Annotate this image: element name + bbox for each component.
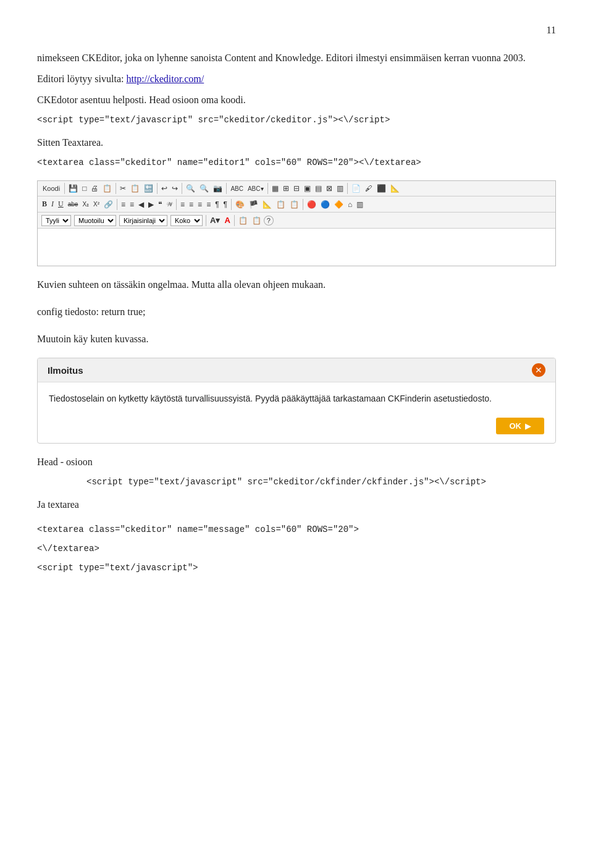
- toolbar-row-2: B I U abe X₂ X² 🔗 ≡ ≡ ◀ ▶ ❝ 𝒲 ≡ ≡ ≡ ≡ ¶ …: [38, 196, 555, 213]
- sep7: [347, 183, 348, 194]
- toolbar-redo[interactable]: ↪: [170, 183, 180, 194]
- sitten-teaxtarea: Sitten Teaxtarea.: [37, 135, 556, 150]
- toolbar-bidi-ltr[interactable]: ¶: [213, 199, 221, 210]
- toolbar-iframe[interactable]: 🔵: [319, 199, 332, 210]
- toolbar-align-left[interactable]: ≡: [179, 199, 187, 210]
- notification-box: Ilmoitus ✕ Tiedostoselain on kytketty kä…: [37, 358, 556, 444]
- ok-button[interactable]: OK ▶: [496, 418, 545, 434]
- toolbar-flash[interactable]: 🔶: [332, 199, 345, 210]
- sep1: [64, 183, 65, 194]
- toolbar-ruler[interactable]: 📐: [389, 183, 402, 194]
- kuvien-paragraph: Kuvien suhteen on tässäkin ongelmaa. Mut…: [37, 277, 556, 292]
- toolbar-emotion[interactable]: 🔴: [305, 199, 318, 210]
- toolbar-subscript[interactable]: X₂: [80, 200, 91, 209]
- toolbar-spellcheck[interactable]: ABC: [229, 184, 245, 193]
- toolbar-paste-all[interactable]: 📋: [101, 183, 114, 194]
- toolbar-underline[interactable]: U: [56, 198, 65, 210]
- toolbar-spellcheck2[interactable]: ABC▾: [246, 184, 266, 193]
- toolbar-align-center[interactable]: ≡: [187, 199, 195, 210]
- sep2: [116, 183, 116, 194]
- toolbar-cut[interactable]: ✂: [118, 183, 128, 194]
- toolbar-pen[interactable]: 🖋: [363, 183, 374, 194]
- toolbar-blk[interactable]: ⬛: [375, 183, 388, 194]
- toolbar-table2[interactable]: ⊞: [281, 183, 291, 194]
- toolbar-undo2[interactable]: 🔙: [142, 183, 155, 194]
- editor-content-area[interactable]: [38, 229, 555, 266]
- toolbar-copyformat[interactable]: 📋: [288, 199, 301, 210]
- sep11: [303, 199, 303, 210]
- head-script-code: <script type="text/javascript" src="cked…: [86, 476, 556, 489]
- config-paragraph: config tiedosto: return true;: [37, 305, 556, 319]
- toolbar-smiley[interactable]: ⌂: [346, 199, 354, 210]
- toolbar-row-3: Tyyli Muotoilu Kirjaisinlaji Koko A▾ A 📋…: [38, 213, 555, 229]
- toolbar-pastefromword[interactable]: 📋: [274, 199, 287, 210]
- sep13: [234, 215, 235, 226]
- size-select[interactable]: Koko: [170, 215, 203, 226]
- toolbar-indent[interactable]: ▶: [146, 199, 156, 210]
- toolbar-align-justify[interactable]: ≡: [204, 199, 212, 210]
- toolbar-outdent[interactable]: ◀: [137, 199, 146, 210]
- sep6: [267, 183, 268, 194]
- toolbar-doc[interactable]: 📄: [350, 183, 363, 194]
- code-block-3: <textarea class="ckeditor" name="message…: [37, 523, 556, 536]
- ckeditor-link[interactable]: http://ckeditor.com/: [126, 74, 204, 84]
- toolbar-align-right[interactable]: ≡: [196, 199, 204, 210]
- toolbar-image[interactable]: 📷: [211, 183, 224, 194]
- toolbar-fontcolor[interactable]: A▾: [208, 214, 222, 226]
- toolbar-strikethrough[interactable]: abe: [66, 200, 80, 209]
- toolbar-table3[interactable]: ⊟: [292, 183, 301, 194]
- ja-textarea-label: Ja textarea: [37, 497, 556, 512]
- toolbar-copy3[interactable]: 📋: [250, 215, 263, 226]
- toolbar-link[interactable]: 🔗: [102, 199, 115, 210]
- ok-label: OK: [510, 421, 522, 431]
- toolbar-table4[interactable]: ▣: [302, 183, 313, 194]
- toolbar-blockquote[interactable]: ❝: [156, 199, 164, 210]
- sep4: [182, 183, 182, 194]
- code-block-5: <script type="text/javascript">: [37, 562, 556, 575]
- toolbar-div[interactable]: 𝒲: [164, 200, 174, 209]
- toolbar-superscript[interactable]: X²: [91, 200, 101, 209]
- toolbar-table7[interactable]: ▥: [335, 183, 345, 194]
- code-block-2: <textarea class="ckeditor" name="editor1…: [37, 156, 556, 169]
- toolbar-textcolor[interactable]: 🎨: [233, 199, 246, 210]
- toolbar-table5[interactable]: ▤: [313, 183, 324, 194]
- toolbar-copy2[interactable]: 📋: [237, 215, 250, 226]
- toolbar-table6[interactable]: ⊠: [324, 183, 334, 194]
- toolbar-new[interactable]: □: [80, 183, 88, 194]
- notification-close-button[interactable]: ✕: [532, 363, 545, 377]
- page-number: 11: [37, 25, 556, 36]
- code-block-1: <script type="text/javascript" src="cked…: [37, 114, 556, 127]
- toolbar-table8[interactable]: ▥: [355, 199, 365, 210]
- toolbar-bidi-rtl[interactable]: ¶: [222, 199, 229, 210]
- code-block-4: <\/textarea>: [37, 542, 556, 555]
- editor-container: Koodi 💾 □ 🖨 📋 ✂ 📋 🔙 ↩ ↪ 🔍 🔍 📷 ABC ABC▾ ▦…: [37, 180, 556, 266]
- toolbar-ul[interactable]: ≡: [128, 199, 136, 210]
- head-section-label: Head - osioon: [37, 455, 556, 470]
- toolbar-bgcolor[interactable]: 🏴: [247, 199, 260, 210]
- toolbar-ol[interactable]: ≡: [119, 199, 127, 210]
- toolbar-print[interactable]: 🖨: [89, 183, 100, 194]
- toolbar-undo[interactable]: ↩: [159, 183, 169, 194]
- font-select[interactable]: Kirjaisinlaji: [119, 215, 167, 226]
- toolbar-find[interactable]: 🔍: [184, 183, 197, 194]
- notification-footer: OK ▶: [38, 411, 555, 443]
- toolbar-table[interactable]: ▦: [270, 183, 280, 194]
- intro2-prefix: Editori löytyy sivulta:: [37, 74, 126, 84]
- style-select[interactable]: Tyyli: [41, 215, 71, 226]
- toolbar-fontcolor2[interactable]: A: [222, 214, 232, 226]
- toolbar-italic[interactable]: I: [49, 198, 56, 210]
- toolbar-pastetext[interactable]: 📐: [261, 199, 274, 210]
- intro-paragraph-3: CKEdotor asentuu helposti. Head osioon o…: [37, 93, 556, 107]
- toolbar-help[interactable]: ?: [264, 216, 274, 225]
- format-select[interactable]: Muotoilu: [74, 215, 116, 226]
- toolbar-copy[interactable]: 📋: [128, 183, 141, 194]
- toolbar-replace[interactable]: 🔍: [198, 183, 211, 194]
- sep12: [206, 215, 206, 226]
- toolbar-bold[interactable]: B: [40, 198, 49, 210]
- toolbar-save[interactable]: 💾: [67, 183, 80, 194]
- toolbar-row-1: Koodi 💾 □ 🖨 📋 ✂ 📋 🔙 ↩ ↪ 🔍 🔍 📷 ABC ABC▾ ▦…: [38, 181, 555, 196]
- ok-arrow-icon: ▶: [525, 422, 531, 431]
- intro-paragraph-2: Editori löytyy sivulta: http://ckeditor.…: [37, 72, 556, 86]
- notification-title: Ilmoitus: [48, 365, 83, 376]
- sep8: [117, 199, 117, 210]
